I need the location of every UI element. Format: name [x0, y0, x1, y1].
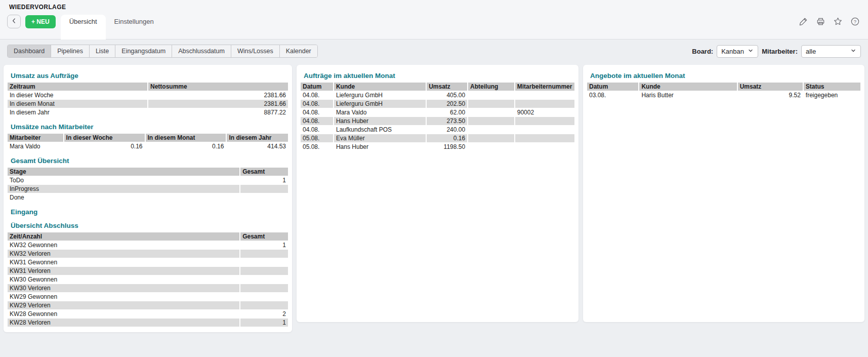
- view-tab-kalender[interactable]: Kalender: [279, 45, 317, 57]
- table-cell: Mara Valdo: [334, 108, 426, 116]
- view-tab-group: Dashboard Pipelines Liste Eingangsdatum …: [7, 45, 318, 58]
- table-cell: Haris Butter: [639, 91, 736, 99]
- table-row: Done: [8, 193, 288, 202]
- table-cell: [240, 258, 288, 266]
- help-icon: ?: [850, 17, 860, 26]
- column-header: Datum: [587, 83, 638, 91]
- section-title-eingang: Eingang: [11, 208, 289, 216]
- table-header-row: DatumKundeUmsatzAbteilungMitarbeiternumm…: [301, 83, 574, 91]
- table-cell: freigegeben: [804, 91, 860, 99]
- table-cell: [240, 284, 288, 292]
- table-cell: In dieser Woche: [8, 91, 147, 99]
- table-cell: ToDo: [8, 176, 239, 184]
- table-cell: [468, 126, 514, 134]
- table-cell: [240, 267, 288, 275]
- favorite-button[interactable]: [833, 17, 843, 27]
- table-cell: 0.16: [64, 142, 145, 150]
- table-cell: Hans Huber: [334, 117, 426, 125]
- table-row: 03.08.Haris Butter9.52freigegeben: [587, 91, 860, 99]
- table-cell: KW32 Gewonnen: [8, 241, 239, 249]
- header-actions: ?: [798, 15, 860, 28]
- view-tab-abschlussdatum[interactable]: Abschlussdatum: [172, 45, 231, 57]
- section-title-gesamt-uebersicht: Gesamt Übersicht: [11, 157, 289, 165]
- table-cell: 62.00: [427, 108, 467, 116]
- table-cell: Lieferguru GmbH: [334, 91, 426, 99]
- table-row: KW29 Verloren: [8, 301, 288, 309]
- back-button[interactable]: [7, 15, 21, 28]
- help-button[interactable]: ?: [850, 17, 860, 27]
- table-row: In diesem Monat2381.66: [8, 100, 288, 108]
- panel-umsatz: Umsatz aus Aufträge ZeitraumNettosummeIn…: [4, 65, 292, 332]
- table-row: KW31 Verloren: [8, 267, 288, 275]
- table-cell: [515, 117, 574, 125]
- panel-auftraege-monat: Aufträge im aktuellen Monat DatumKundeUm…: [297, 65, 578, 322]
- umsaetze-mitarbeiter-table: MitarbeiterIn dieser WocheIn diesem Mona…: [7, 133, 289, 151]
- print-button[interactable]: [815, 17, 825, 27]
- view-tab-liste[interactable]: Liste: [89, 45, 115, 57]
- view-tab-dashboard[interactable]: Dashboard: [8, 45, 51, 57]
- board-label: Board:: [692, 48, 713, 55]
- page-title: WIEDERVORLAGE: [9, 4, 66, 11]
- tab-uebersicht[interactable]: Übersicht: [61, 15, 106, 39]
- table-cell: 04.08.: [301, 108, 333, 116]
- table-cell: 0.16: [146, 142, 226, 150]
- table-header-row: DatumKundeUmsatzStatus: [587, 83, 860, 91]
- panel-angebote-monat: Angebote im aktuellen Monat DatumKundeUm…: [583, 65, 864, 322]
- table-cell: 1: [240, 319, 288, 327]
- table-cell: 9.52: [738, 91, 803, 99]
- view-tab-pipelines[interactable]: Pipelines: [51, 45, 89, 57]
- table-cell: [240, 293, 288, 301]
- table-row: KW30 Verloren: [8, 284, 288, 292]
- table-cell: 202.50: [427, 100, 467, 108]
- table-cell: [468, 134, 514, 142]
- table-header-row: StageGesamt: [8, 168, 288, 176]
- column-header: Zeitraum: [8, 83, 147, 91]
- table-cell: KW28 Verloren: [8, 319, 239, 327]
- table-row: InProgress: [8, 185, 288, 193]
- new-button[interactable]: + NEU: [25, 15, 56, 28]
- table-cell: 2381.66: [148, 100, 288, 108]
- umsatz-auftraege-table: ZeitraumNettosummeIn dieser Woche2381.66…: [7, 82, 289, 117]
- table-cell: 05.08.: [301, 134, 333, 142]
- header-tabs: Übersicht Einstellungen: [61, 15, 162, 39]
- view-tab-eingangsdatum[interactable]: Eingangsdatum: [115, 45, 172, 57]
- table-row: ToDo1: [8, 176, 288, 184]
- table-row: In dieser Woche2381.66: [8, 91, 288, 99]
- table-row: 04.08.Laufkundschaft POS240.00: [301, 126, 574, 134]
- chevron-down-icon: [850, 48, 856, 55]
- table-cell: 273.50: [427, 117, 467, 125]
- table-cell: In diesem Monat: [8, 100, 147, 108]
- uebersicht-abschluss-table: Zeit/AnzahlGesamtKW32 Gewonnen1KW32 Verl…: [7, 232, 289, 327]
- column-header: Umsatz: [427, 83, 467, 91]
- column-header: Umsatz: [738, 83, 803, 91]
- table-cell: [240, 185, 288, 193]
- table-cell: Eva Müller: [334, 134, 426, 142]
- column-header: Kunde: [334, 83, 426, 91]
- board-select[interactable]: Kanban: [717, 45, 758, 58]
- table-row: KW31 Gewonnen: [8, 258, 288, 266]
- table-row: Mara Valdo0.160.16414.53: [8, 142, 288, 150]
- column-header: In diesem Jahr: [227, 134, 288, 142]
- table-cell: [240, 275, 288, 284]
- header-row: + NEU Übersicht Einstellungen: [7, 15, 860, 39]
- view-tab-wins-losses[interactable]: Wins/Losses: [231, 45, 279, 57]
- mitarbeiter-label: Mitarbeiter:: [762, 48, 798, 55]
- tab-einstellungen[interactable]: Einstellungen: [106, 15, 162, 39]
- column-header: Kunde: [639, 83, 736, 91]
- edit-button[interactable]: [798, 17, 808, 27]
- table-cell: KW29 Verloren: [8, 301, 239, 309]
- table-cell: KW31 Verloren: [8, 267, 239, 275]
- table-cell: Done: [8, 193, 239, 202]
- table-cell: 90002: [515, 108, 574, 116]
- table-cell: KW29 Gewonnen: [8, 293, 239, 301]
- table-header-row: ZeitraumNettosumme: [8, 83, 288, 91]
- mitarbeiter-select[interactable]: alle: [801, 45, 861, 58]
- board-select-value: Kanban: [721, 48, 744, 55]
- table-cell: InProgress: [8, 185, 239, 193]
- table-cell: [515, 91, 574, 99]
- column-header: Nettosumme: [148, 83, 288, 91]
- table-cell: 8877.22: [148, 108, 288, 116]
- column-header: Abteilung: [468, 83, 514, 91]
- auftraege-monat-table: DatumKundeUmsatzAbteilungMitarbeiternumm…: [300, 82, 575, 151]
- dashboard-toolbar: Dashboard Pipelines Liste Eingangsdatum …: [7, 45, 861, 58]
